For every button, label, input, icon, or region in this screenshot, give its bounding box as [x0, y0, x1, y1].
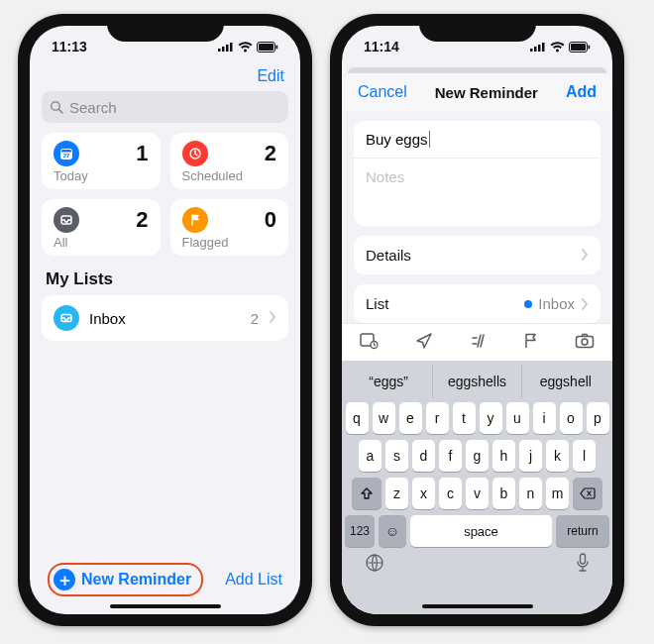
key-k[interactable]: k — [546, 440, 569, 472]
key-n[interactable]: n — [519, 478, 542, 509]
key-q[interactable]: q — [346, 402, 369, 434]
svg-rect-18 — [538, 45, 541, 52]
svg-rect-16 — [530, 49, 533, 52]
svg-rect-22 — [589, 45, 591, 49]
details-row[interactable]: Details — [354, 236, 600, 274]
key-x[interactable]: x — [412, 478, 435, 509]
new-reminder-sheet: Cancel New Reminder Add Buy eggs Notes D… — [342, 73, 612, 614]
list-color-dot — [524, 300, 532, 308]
flag-icon[interactable] — [523, 332, 539, 354]
list-row[interactable]: List Inbox — [354, 284, 600, 323]
battery-icon — [569, 42, 591, 53]
globe-icon[interactable] — [365, 553, 384, 577]
key-s[interactable]: s — [385, 440, 408, 472]
return-key[interactable]: return — [556, 515, 609, 547]
mic-icon[interactable] — [576, 553, 590, 577]
status-icons — [218, 42, 278, 53]
search-placeholder: Search — [69, 99, 117, 116]
edit-button[interactable]: Edit — [257, 67, 284, 85]
cellular-icon — [530, 42, 546, 52]
key-t[interactable]: t — [453, 402, 476, 434]
home-indicator[interactable] — [110, 604, 221, 608]
card-scheduled[interactable]: 2 Scheduled — [170, 133, 289, 189]
clock-icon — [182, 141, 208, 166]
suggestion-2[interactable]: eggshells — [433, 365, 521, 398]
key-m[interactable]: m — [546, 478, 569, 509]
card-flagged[interactable]: 0 Flagged — [170, 199, 289, 256]
sheet-header: Cancel New Reminder Add — [342, 73, 612, 111]
numbers-key[interactable]: 123 — [345, 515, 375, 547]
title-field[interactable]: Buy eggs — [354, 121, 600, 159]
new-reminder-button[interactable]: ＋ New Reminder — [48, 563, 203, 596]
key-b[interactable]: b — [492, 478, 515, 509]
emoji-key[interactable]: ☺ — [379, 515, 406, 547]
title-notes-card: Buy eggs Notes — [354, 121, 600, 226]
svg-line-8 — [58, 109, 62, 113]
cancel-button[interactable]: Cancel — [358, 83, 407, 101]
key-y[interactable]: y — [480, 402, 502, 434]
plus-circle-icon: ＋ — [54, 569, 75, 590]
space-key[interactable]: space — [410, 515, 552, 547]
key-i[interactable]: i — [533, 402, 556, 434]
key-row-1: q w e r t y u i o p — [345, 402, 609, 434]
add-button[interactable]: Add — [566, 83, 597, 101]
camera-icon[interactable] — [575, 333, 595, 353]
smart-list-cards: 27 1 Today 2 Scheduled — [30, 133, 300, 256]
key-z[interactable]: z — [385, 478, 408, 509]
tag-icon[interactable] — [469, 332, 487, 354]
quick-toolbar — [342, 323, 612, 361]
svg-rect-21 — [571, 44, 586, 51]
key-v[interactable]: v — [466, 478, 489, 509]
flag-icon — [182, 207, 208, 233]
screen-new-reminder: 11:14 Cancel New Reminder Add Buy eggs — [342, 26, 612, 614]
suggestion-1[interactable]: “eggs” — [345, 365, 433, 398]
key-h[interactable]: h — [492, 440, 515, 472]
status-time: 11:14 — [364, 39, 399, 54]
notes-field[interactable]: Notes — [354, 159, 600, 226]
add-list-button[interactable]: Add List — [225, 571, 282, 589]
inbox-icon — [54, 305, 79, 331]
key-a[interactable]: a — [359, 440, 382, 472]
key-e[interactable]: e — [399, 402, 422, 434]
key-f[interactable]: f — [439, 440, 462, 472]
status-icons — [530, 42, 591, 53]
status-time: 11:13 — [52, 39, 87, 54]
search-icon — [50, 100, 63, 114]
suggestion-3[interactable]: eggshell — [522, 365, 609, 398]
battery-icon — [257, 42, 278, 53]
wifi-icon — [238, 42, 253, 53]
svg-rect-2 — [226, 45, 229, 52]
key-w[interactable]: w — [373, 402, 395, 434]
backspace-key[interactable] — [573, 478, 602, 509]
key-row-2: a s d f g h j k l — [345, 440, 609, 472]
key-row-4: 123 ☺ space return — [345, 515, 609, 547]
location-icon[interactable] — [415, 332, 433, 354]
key-row-3: z x c v b n m — [345, 478, 609, 509]
search-input[interactable]: Search — [42, 91, 288, 123]
svg-point-26 — [582, 339, 588, 345]
bottom-toolbar: ＋ New Reminder Add List — [30, 563, 300, 596]
key-l[interactable]: l — [573, 440, 596, 472]
key-o[interactable]: o — [560, 402, 583, 434]
key-g[interactable]: g — [466, 440, 489, 472]
list-inbox[interactable]: Inbox 2 — [42, 295, 288, 341]
key-p[interactable]: p — [587, 402, 609, 434]
phone-left: 11:13 Edit Search 27 — [18, 14, 312, 626]
sheet-title: New Reminder — [435, 84, 538, 101]
svg-rect-6 — [276, 45, 278, 49]
card-all[interactable]: 2 All — [42, 199, 161, 256]
keyboard: “eggs” eggshells eggshell q w e r t y u — [342, 361, 612, 614]
home-indicator[interactable] — [422, 604, 533, 608]
wifi-icon — [550, 42, 565, 53]
phone-right: 11:14 Cancel New Reminder Add Buy eggs — [330, 14, 624, 626]
key-d[interactable]: d — [412, 440, 435, 472]
card-today[interactable]: 27 1 Today — [42, 133, 161, 189]
key-j[interactable]: j — [519, 440, 542, 472]
calendar-clock-icon[interactable] — [360, 332, 380, 354]
shift-key[interactable] — [352, 478, 382, 509]
suggestion-bar: “eggs” eggshells eggshell — [345, 365, 609, 398]
key-c[interactable]: c — [439, 478, 462, 509]
key-u[interactable]: u — [506, 402, 529, 434]
notch — [419, 14, 536, 42]
key-r[interactable]: r — [426, 402, 449, 434]
